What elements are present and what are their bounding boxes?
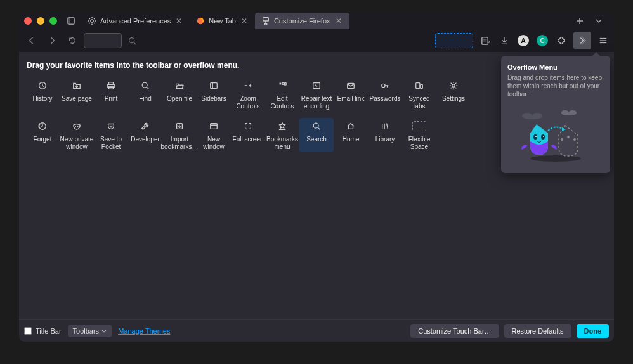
- customize-item-find[interactable]: Find: [128, 77, 162, 112]
- manage-themes-link[interactable]: Manage Themes: [118, 327, 170, 335]
- reload-button[interactable]: [63, 32, 81, 49]
- customize-item-home[interactable]: Home: [334, 118, 368, 152]
- traffic-lights: [24, 17, 57, 25]
- svg-point-4: [129, 37, 134, 42]
- customize-item-full-screen[interactable]: Full screen: [231, 118, 265, 152]
- customize-item-zoom[interactable]: Zoom Controls: [231, 77, 265, 112]
- customize-item-sidebars[interactable]: Sidebars: [197, 77, 231, 112]
- item-label: New private window: [60, 136, 94, 151]
- close-tab-button[interactable]: ✕: [240, 16, 249, 25]
- customize-item-repair-text[interactable]: Repair text encoding: [299, 77, 334, 112]
- extensions-icon[interactable]: [554, 34, 568, 48]
- gear-icon: [88, 16, 96, 25]
- customize-item-history[interactable]: History: [25, 77, 60, 112]
- reader-icon[interactable]: [478, 34, 492, 48]
- app-menu-button[interactable]: [596, 34, 610, 48]
- tabs-dropdown-button[interactable]: [594, 16, 604, 26]
- item-label: Settings: [442, 95, 465, 110]
- item-label: Repair text encoding: [299, 95, 334, 110]
- tab-advanced-preferences[interactable]: Advanced Preferences ✕: [81, 13, 190, 29]
- item-label: Bookmarks menu: [265, 136, 299, 151]
- toolbar-drop-target[interactable]: [435, 33, 473, 48]
- customize-touch-bar-button[interactable]: Customize Touch Bar…: [410, 324, 499, 338]
- close-window-button[interactable]: [24, 17, 32, 25]
- customize-item-flexible-space[interactable]: Flexible Space: [402, 118, 436, 152]
- customize-item-library[interactable]: Library: [368, 118, 402, 152]
- svg-rect-0: [68, 18, 75, 25]
- titlebar-checkbox[interactable]: Title Bar: [24, 327, 62, 335]
- customize-item-new-private[interactable]: New private window: [60, 118, 94, 152]
- item-label: Edit Controls: [265, 95, 299, 110]
- customize-item-new-window[interactable]: New window: [197, 118, 231, 152]
- restore-defaults-button[interactable]: Restore Defaults: [504, 324, 571, 338]
- forward-button[interactable]: [43, 32, 61, 49]
- customize-item-settings[interactable]: Settings: [436, 77, 471, 112]
- svg-point-17: [561, 138, 563, 141]
- item-label: New window: [197, 136, 231, 151]
- item-label: Flexible Space: [402, 136, 436, 151]
- item-label: Sidebars: [201, 95, 226, 110]
- done-button[interactable]: Done: [577, 324, 610, 338]
- tab-new-tab[interactable]: New Tab ✕: [190, 13, 255, 29]
- customize-item-synced-tabs[interactable]: Synced tabs: [402, 77, 436, 112]
- forget-icon: [36, 119, 49, 133]
- svg-point-14: [530, 155, 581, 162]
- flexspace-icon: [412, 119, 426, 133]
- svg-marker-22: [562, 127, 566, 131]
- customize-content: Drag your favorite items into the toolba…: [19, 52, 614, 319]
- maximize-window-button[interactable]: [49, 17, 57, 25]
- tab-customize-firefox[interactable]: Customize Firefox ✕: [255, 13, 349, 29]
- item-label: Library: [375, 136, 395, 151]
- back-button[interactable]: [23, 32, 41, 49]
- item-label: Email link: [337, 95, 365, 110]
- overflow-title: Overflow Menu: [507, 63, 604, 71]
- item-label: Home: [343, 136, 360, 151]
- search-icon: [138, 79, 152, 93]
- customize-item-bookmarks-menu[interactable]: Bookmarks menu: [265, 118, 299, 152]
- firefox-icon: [196, 16, 205, 25]
- svg-point-16: [573, 138, 576, 141]
- customize-item-email-link[interactable]: Email link: [334, 77, 368, 112]
- url-bar-placeholder[interactable]: [84, 33, 122, 48]
- item-label: Developer: [131, 136, 160, 151]
- mask-icon: [70, 119, 84, 133]
- minimize-window-button[interactable]: [37, 17, 44, 25]
- overflow-panel[interactable]: Overflow Menu Drag and drop items here t…: [501, 56, 610, 173]
- new-tab-button[interactable]: [575, 16, 585, 26]
- search-icon: [124, 33, 140, 48]
- item-label: Forget: [34, 136, 52, 151]
- titlebar-checkbox-input[interactable]: [24, 327, 32, 335]
- close-tab-button[interactable]: ✕: [174, 16, 183, 25]
- customize-item-save-pocket[interactable]: Save to Pocket: [94, 118, 128, 152]
- close-tab-button[interactable]: ✕: [334, 16, 343, 25]
- import-icon: [173, 119, 186, 133]
- window-icon: [207, 119, 221, 133]
- downloads-icon[interactable]: [497, 34, 511, 48]
- customize-item-print[interactable]: Print: [94, 77, 128, 112]
- panel-icon[interactable]: [65, 15, 77, 27]
- svg-point-20: [535, 136, 537, 137]
- synced-icon: [412, 79, 426, 93]
- customize-item-import-bookmarks[interactable]: Import bookmarks…: [162, 118, 197, 152]
- customize-item-open-file[interactable]: Open file: [162, 77, 197, 112]
- pocket-icon: [104, 119, 118, 133]
- customize-item-developer[interactable]: Developer: [128, 118, 162, 152]
- bookmarks-icon: [275, 119, 289, 133]
- item-label: Open file: [167, 95, 192, 110]
- toolbars-dropdown[interactable]: Toolbars: [68, 325, 112, 337]
- home-icon: [344, 119, 358, 133]
- customize-item-save-page[interactable]: Save page: [60, 77, 94, 112]
- profile-icon[interactable]: C: [535, 34, 549, 48]
- customize-item-passwords[interactable]: Passwords: [368, 77, 402, 112]
- printer-icon: [104, 79, 118, 93]
- customize-item-forget[interactable]: Forget: [25, 118, 60, 152]
- tab-label: Advanced Preferences: [100, 17, 171, 25]
- overflow-menu-button[interactable]: [573, 32, 591, 49]
- item-label: Passwords: [370, 95, 401, 110]
- sidebar-icon: [207, 79, 221, 93]
- folder-open-icon: [173, 79, 186, 93]
- account-icon[interactable]: A: [516, 34, 530, 48]
- customize-item-edit-controls[interactable]: Edit Controls: [265, 77, 299, 112]
- customize-item-search-item[interactable]: Search: [299, 118, 334, 152]
- mail-icon: [344, 79, 358, 93]
